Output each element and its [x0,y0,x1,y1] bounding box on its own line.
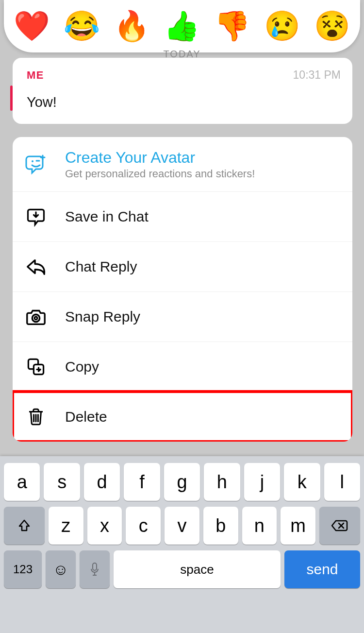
sender-label: ME [27,69,44,82]
menu-label: Create Your Avatar [65,149,255,167]
menu-save-in-chat[interactable]: Save in Chat [13,191,352,241]
key-microphone[interactable] [80,550,110,588]
save-icon [24,205,48,228]
reaction-sad[interactable]: 😢 [264,12,300,41]
reaction-fire[interactable]: 🔥 [114,12,150,41]
svg-rect-5 [93,563,97,570]
key-g[interactable]: g [164,463,200,501]
menu-snap-reply[interactable]: Snap Reply [13,291,352,342]
menu-create-avatar[interactable]: Create Your Avatar Get personalized reac… [13,137,352,191]
menu-subtitle: Get personalized reactions and stickers! [65,168,255,180]
key-backspace[interactable] [319,507,360,545]
key-emoji[interactable]: ☺ [46,550,76,588]
key-f[interactable]: f [124,463,160,501]
menu-label: Snap Reply [65,308,140,325]
key-k[interactable]: k [284,463,320,501]
key-numbers[interactable]: 123 [4,550,42,588]
key-h[interactable]: h [204,463,240,501]
message-accent-bar [10,86,13,111]
timestamp: 10:31 PM [293,68,341,82]
key-space[interactable]: space [114,550,281,588]
key-shift[interactable] [4,507,45,545]
trash-icon [24,405,48,428]
keyboard: a s d f g h j k l z x c v b n m 123 ☺ [0,456,364,633]
svg-point-0 [32,160,33,162]
menu-label: Copy [65,359,99,375]
svg-point-2 [34,317,37,320]
reaction-thumbs-down[interactable]: 👎 [214,12,250,41]
key-z[interactable]: z [49,507,83,545]
key-d[interactable]: d [84,463,120,501]
reaction-confused[interactable]: 😵 [314,12,350,41]
key-b[interactable]: b [203,507,238,545]
svg-point-1 [32,314,39,322]
key-j[interactable]: j [244,463,280,501]
avatar-icon [24,153,48,176]
menu-label: Chat Reply [65,258,137,275]
reactions-bar: ❤️ 😂 🔥 👍 👎 😢 😵 [4,0,360,52]
menu-delete[interactable]: Delete [13,392,352,442]
menu-label: Delete [65,409,107,425]
menu-chat-reply[interactable]: Chat Reply [13,241,352,291]
message-body: Yow! [27,94,341,110]
copy-icon [24,355,48,378]
key-l[interactable]: l [324,463,360,501]
key-a[interactable]: a [4,463,40,501]
key-m[interactable]: m [281,507,315,545]
reaction-laugh[interactable]: 😂 [64,12,100,41]
message-bubble[interactable]: ME 10:31 PM Yow! [13,58,352,124]
reaction-heart[interactable]: ❤️ [14,12,50,41]
reaction-thumbs-up[interactable]: 👍 [164,12,200,41]
key-v[interactable]: v [165,507,199,545]
context-menu: Create Your Avatar Get personalized reac… [13,137,352,442]
key-send[interactable]: send [284,550,360,588]
key-s[interactable]: s [44,463,80,501]
key-x[interactable]: x [87,507,122,545]
reply-icon [24,255,48,278]
key-c[interactable]: c [126,507,161,545]
key-n[interactable]: n [242,507,277,545]
camera-icon [24,305,48,328]
menu-copy[interactable]: Copy [13,342,352,392]
menu-label: Save in Chat [65,208,149,225]
